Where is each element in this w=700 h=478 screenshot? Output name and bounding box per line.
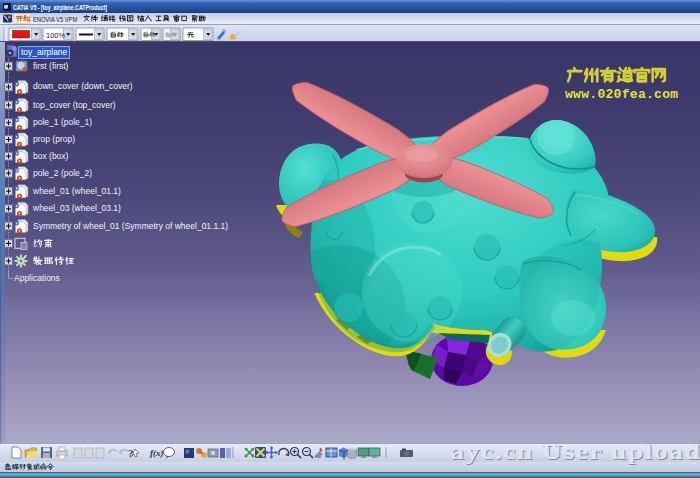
svg-text:f(x): f(x) — [150, 448, 164, 458]
svg-text:100%: 100% — [46, 31, 66, 40]
svg-text:?: ? — [128, 447, 134, 459]
